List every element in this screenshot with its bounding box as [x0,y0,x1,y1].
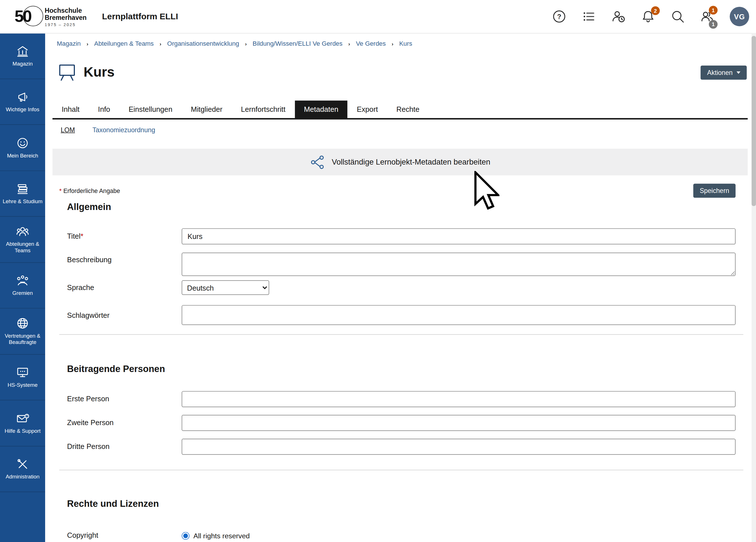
section-title-rechte-lizenzen: Rechte und Lizenzen [67,498,748,510]
breadcrumb-separator: › [159,41,161,47]
sidebar-item-lehre-studium[interactable]: Lehre & Studium [0,171,45,217]
tab-inhalt[interactable]: Inhalt [53,100,89,118]
todo-list-button[interactable] [581,9,596,24]
copyright-radio-all-rights-reserved[interactable] [182,532,189,539]
sidebar-item-hs-systeme[interactable]: HS-Systeme [0,354,45,400]
beschreibung-textarea[interactable] [182,253,736,276]
search-icon [671,9,685,24]
screen: 50 Hochschule Bremerhaven 1975 – 2025 Le… [0,0,756,542]
vertical-scrollbar-thumb[interactable] [751,36,756,206]
sidebar-item-hilfe-support[interactable]: ? Hilfe & Support [0,400,45,446]
required-hint: * Erforderliche Angabe [59,187,120,194]
subtab-bar: LOM Taxonomiezuordnung [53,119,748,140]
user-pending-button[interactable] [611,9,626,24]
avatar[interactable]: VG [730,7,749,26]
contacts-button[interactable]: 1 1 [700,9,715,24]
form-row-copyright: Copyright All rights reserved [53,528,748,542]
main-sidebar: Magazin Wichtige Infos Mein Bereich Lehr… [0,33,45,542]
edit-full-lom-link[interactable]: Vollständige Lernobjekt-Metadaten bearbe… [53,149,748,175]
tab-einstellungen[interactable]: Einstellungen [119,100,182,118]
subtab-taxonomiezuordnung[interactable]: Taxonomiezuordnung [93,126,155,133]
form-row-schlagwoerter: Schlagwörter [53,305,748,325]
titel-input[interactable] [182,228,736,244]
erste-person-label: Erste Person [67,391,167,407]
mail-help-icon: ? [16,412,29,425]
sidebar-item-administration[interactable]: Administration [0,446,45,492]
sidebar-item-label: Mein Bereich [7,152,38,159]
breadcrumb-link-kurs[interactable]: Kurs [399,40,412,47]
form-toolbar: * Erforderliche Angabe Speichern [53,183,748,198]
zweite-person-label: Zweite Person [67,415,167,430]
breadcrumb-link-ve-gerdes[interactable]: Ve Gerdes [356,40,386,47]
todo-list-icon [581,9,596,24]
contacts-badge-total: 1 [709,20,718,29]
form-row-sprache: Sprache Deutsch [53,280,748,295]
bank-icon [16,45,29,58]
search-button[interactable] [671,9,685,24]
logo-ring [23,6,43,26]
people-icon [16,225,29,238]
required-hint-text: Erforderliche Angabe [63,187,120,194]
tab-metadaten[interactable]: Metadaten [295,100,347,118]
lom-tree-icon [310,154,325,170]
logo-name-line1: Hochschule [45,7,87,14]
breadcrumb-link-magazin[interactable]: Magazin [57,40,81,47]
breadcrumb-link-abteilungen-teams[interactable]: Abteilungen & Teams [94,40,154,47]
breadcrumb: Magazin › Abteilungen & Teams › Organisa… [57,33,747,47]
notifications-button[interactable]: 2 [641,9,655,24]
tab-export[interactable]: Export [348,100,387,118]
breadcrumb-separator: › [348,41,350,47]
hochschule-bremerhaven-logo[interactable]: 50 Hochschule Bremerhaven 1975 – 2025 [14,4,87,28]
course-blackboard-icon [57,63,77,82]
schlagwoerter-input[interactable] [182,305,736,325]
page-header: Kurs Aktionen [53,62,748,83]
save-button-label: Speichern [700,187,729,194]
sidebar-item-label: HS-Systeme [8,382,38,388]
tab-mitglieder[interactable]: Mitglieder [182,100,232,118]
app-title: Lernplattform ELLI [102,0,178,33]
user-clock-icon [611,9,626,24]
breadcrumb-link-bildung-wissen[interactable]: Bildung/Wissen/ELLI Ve Gerdes [253,40,343,47]
svg-text:?: ? [26,414,28,418]
dritte-person-label: Dritte Person [67,439,167,454]
breadcrumb-separator: › [245,41,247,47]
form-row-beschreibung: Beschreibung [53,253,748,278]
sidebar-item-mein-bereich[interactable]: Mein Bereich [0,125,45,171]
main-content: Magazin › Abteilungen & Teams › Organisa… [45,33,756,542]
monitor-icon [16,366,29,379]
sprache-select[interactable]: Deutsch [182,280,269,295]
breadcrumb-link-organisationsentwicklung[interactable]: Organisationsentwicklung [167,40,239,47]
notifications-badge: 2 [651,6,660,15]
sprache-label: Sprache [67,280,167,295]
help-button[interactable]: ? [552,9,566,24]
erste-person-input[interactable] [182,391,736,407]
smiley-icon [16,136,29,150]
sidebar-item-label: Hilfe & Support [5,428,41,434]
section-divider [59,334,743,335]
megaphone-icon [16,91,29,104]
caret-down-icon [736,71,740,74]
subtab-lom[interactable]: LOM [61,126,75,133]
tab-lernfortschritt[interactable]: Lernfortschritt [232,100,295,118]
dritte-person-input[interactable] [182,439,736,455]
breadcrumb-separator: › [392,41,393,47]
sidebar-item-magazin[interactable]: Magazin [0,33,45,79]
tab-info[interactable]: Info [89,100,119,118]
form-row-zweite-person: Zweite Person [53,415,748,431]
sidebar-item-gremien[interactable]: Gremien [0,262,45,308]
section-title-beitragende-personen: Beitragende Personen [67,364,748,375]
sidebar-item-abteilungen-teams[interactable]: Abteilungen & Teams [0,217,45,263]
sidebar-item-wichtige-infos[interactable]: Wichtige Infos [0,79,45,125]
breadcrumb-separator: › [87,41,88,47]
copyright-radio-row: All rights reserved [182,528,736,542]
save-button[interactable]: Speichern [693,184,736,198]
form-row-titel: Titel* [53,228,748,244]
sidebar-item-vertretungen-beauftragte[interactable]: Vertretungen & Beauftragte [0,308,45,354]
zweite-person-input[interactable] [182,415,736,431]
actions-button[interactable]: Aktionen [701,65,747,79]
svg-text:?: ? [557,13,561,20]
tab-rechte[interactable]: Rechte [387,100,429,118]
page-title: Kurs [83,65,114,80]
tools-icon [16,458,29,471]
logo-50: 50 [14,4,42,28]
